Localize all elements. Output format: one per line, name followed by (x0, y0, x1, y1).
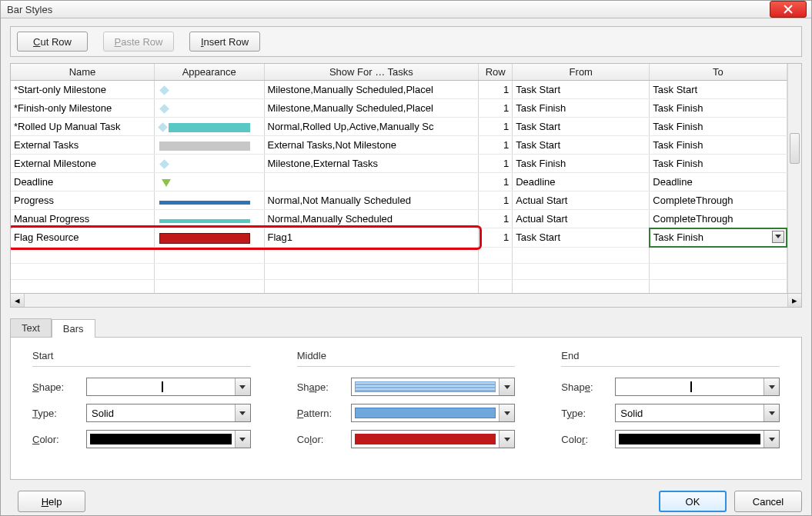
middle-color-combo[interactable] (351, 430, 516, 448)
col-header-from[interactable]: From (513, 64, 650, 80)
bar-styles-grid[interactable]: Name Appearance Show For … Tasks Row Fro… (11, 64, 787, 293)
cell-appearance[interactable] (155, 117, 265, 136)
table-row[interactable]: Flag ResourceFlag11Task StartTask Finish (11, 228, 787, 248)
middle-pattern-combo[interactable] (351, 404, 516, 422)
ok-button[interactable]: OK (659, 491, 727, 512)
table-row[interactable]: Deadline1DeadlineDeadline (11, 173, 787, 191)
start-shape-combo[interactable] (86, 378, 251, 396)
middle-shape-combo[interactable] (351, 378, 516, 396)
col-header-name[interactable]: Name (11, 64, 155, 80)
cell-name[interactable]: Deadline (11, 173, 155, 191)
cell-row[interactable]: 1 (479, 173, 513, 191)
table-row-empty[interactable] (11, 263, 787, 279)
cell-show[interactable]: Milestone,Manually Scheduled,Placel (264, 80, 479, 98)
cell-appearance[interactable] (155, 155, 265, 173)
table-row[interactable]: *Start-only MilestoneMilestone,Manually … (11, 80, 787, 98)
cell-name[interactable]: External Milestone (11, 155, 155, 173)
col-header-row[interactable]: Row (479, 64, 513, 80)
cell-show[interactable]: Normal,Manually Scheduled (264, 210, 479, 228)
cell-appearance[interactable] (155, 136, 265, 155)
scroll-left-button[interactable]: ◂ (11, 294, 25, 307)
start-color-combo[interactable] (86, 430, 251, 448)
cell-name[interactable]: Progress (11, 191, 155, 210)
table-row-empty[interactable] (11, 247, 787, 263)
cell-show[interactable]: Normal,Rolled Up,Active,Manually Sc (264, 117, 479, 136)
tab-text[interactable]: Text (10, 318, 52, 337)
table-row[interactable]: Manual ProgressNormal,Manually Scheduled… (11, 210, 787, 228)
cell-row[interactable]: 1 (479, 98, 513, 117)
cell-show[interactable]: Flag1 (264, 228, 479, 248)
cell-show[interactable]: External Tasks,Not Milestone (264, 136, 479, 155)
table-row-empty[interactable] (11, 279, 787, 293)
end-shape-combo[interactable] (615, 378, 780, 396)
thin-blue-bar-icon (159, 201, 250, 205)
close-button[interactable] (770, 1, 807, 18)
cell-to[interactable]: Task Finish (650, 155, 787, 173)
cell-appearance[interactable] (155, 80, 265, 98)
cell-show[interactable] (264, 173, 479, 191)
cell-from[interactable]: Deadline (513, 173, 650, 191)
cell-row[interactable]: 1 (479, 136, 513, 155)
cell-from[interactable]: Actual Start (513, 191, 650, 210)
cell-from[interactable]: Task Start (513, 228, 650, 248)
cell-appearance[interactable] (155, 210, 265, 228)
tabstrip: Text Bars (10, 318, 802, 337)
cell-name[interactable]: Flag Resource (11, 228, 155, 248)
cell-row[interactable]: 1 (479, 155, 513, 173)
cell-row[interactable]: 1 (479, 191, 513, 210)
cell-to[interactable]: CompleteThrough (650, 191, 787, 210)
cell-row[interactable]: 1 (479, 210, 513, 228)
help-button[interactable]: Help (18, 491, 85, 512)
start-type-label: Type: (32, 408, 79, 419)
col-header-appearance[interactable]: Appearance (155, 64, 265, 80)
grid-horizontal-scrollbar[interactable]: ◂ ▸ (10, 294, 802, 308)
cell-to[interactable]: Task Finish (650, 98, 787, 117)
cell-appearance[interactable] (155, 98, 265, 117)
cell-appearance[interactable] (155, 173, 265, 191)
end-color-combo[interactable] (615, 430, 780, 448)
cell-row[interactable]: 1 (479, 117, 513, 136)
cell-from[interactable]: Actual Start (513, 210, 650, 228)
cell-show[interactable]: Normal,Not Manually Scheduled (264, 191, 479, 210)
cell-name[interactable]: *Finish-only Milestone (11, 98, 155, 117)
table-row[interactable]: *Finish-only MilestoneMilestone,Manually… (11, 98, 787, 117)
cell-name[interactable]: *Rolled Up Manual Task (11, 117, 155, 136)
cut-row-button[interactable]: Cut Row (17, 32, 88, 52)
cell-from[interactable]: Task Start (513, 117, 650, 136)
cell-from[interactable]: Task Finish (513, 155, 650, 173)
scrollbar-thumb[interactable] (790, 133, 800, 164)
cell-name[interactable]: External Tasks (11, 136, 155, 155)
cell-to[interactable]: Task Finish (650, 228, 787, 248)
cell-to[interactable]: Task Finish (650, 136, 787, 155)
grid-vertical-scrollbar[interactable] (787, 64, 801, 293)
table-row[interactable]: External TasksExternal Tasks,Not Milesto… (11, 136, 787, 155)
cell-show[interactable]: Milestone,Manually Scheduled,Placel (264, 98, 479, 117)
cell-name[interactable]: Manual Progress (11, 210, 155, 228)
cell-from[interactable]: Task Start (513, 136, 650, 155)
table-row[interactable]: ProgressNormal,Not Manually Scheduled1Ac… (11, 191, 787, 210)
scroll-right-button[interactable]: ▸ (787, 294, 801, 307)
cell-name[interactable]: *Start-only Milestone (11, 80, 155, 98)
col-header-to[interactable]: To (650, 64, 787, 80)
col-header-show[interactable]: Show For … Tasks (264, 64, 479, 80)
cell-appearance[interactable] (155, 228, 265, 248)
table-row[interactable]: *Rolled Up Manual TaskNormal,Rolled Up,A… (11, 117, 787, 136)
cancel-button[interactable]: Cancel (734, 491, 802, 512)
cell-appearance[interactable] (155, 191, 265, 210)
table-row[interactable]: External MilestoneMilestone,External Tas… (11, 155, 787, 173)
cell-from[interactable]: Task Finish (513, 98, 650, 117)
cell-show[interactable]: Milestone,External Tasks (264, 155, 479, 173)
cell-to[interactable]: Task Finish (650, 117, 787, 136)
cell-from[interactable]: Task Start (513, 80, 650, 98)
cell-to[interactable]: Task Start (650, 80, 787, 98)
red-bar-icon (159, 233, 250, 244)
cell-to[interactable]: Deadline (650, 173, 787, 191)
end-type-combo[interactable]: Solid (615, 404, 780, 422)
cell-row[interactable]: 1 (479, 80, 513, 98)
start-type-combo[interactable]: Solid (86, 404, 251, 422)
insert-row-button[interactable]: Insert Row (189, 32, 260, 52)
tab-bars[interactable]: Bars (52, 319, 95, 338)
chevron-down-icon[interactable] (772, 231, 784, 243)
cell-row[interactable]: 1 (479, 228, 513, 248)
cell-to[interactable]: CompleteThrough (650, 210, 787, 228)
